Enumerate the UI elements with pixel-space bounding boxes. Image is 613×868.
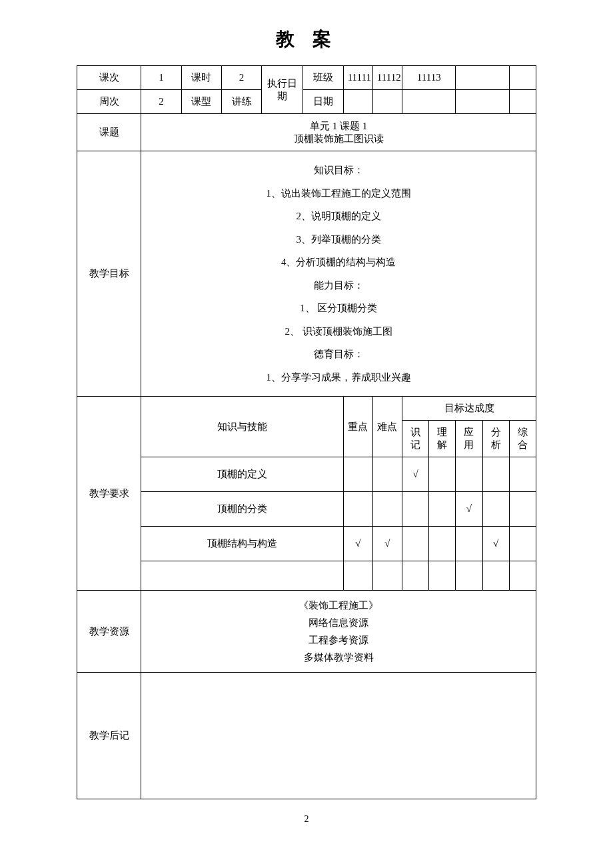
zs-2: 2、说明顶棚的定义	[145, 207, 532, 226]
lesson-plan-table: 课次 1 课时 2 执行日期 班级 11111 11112 11113 周次 2…	[77, 65, 536, 799]
yqb-c5	[509, 561, 536, 591]
zhouci-val: 2	[141, 90, 181, 114]
yq2-diff	[372, 492, 402, 527]
col-knowledge: 知识与技能	[141, 397, 343, 457]
yaoqiu-label: 教学要求	[77, 397, 141, 591]
yaoqiu-row-3: 顶棚结构与构造 √ √ √	[77, 527, 536, 561]
riqi-blank-2	[372, 90, 402, 114]
yq3-c5	[509, 527, 536, 561]
ziyuan-row: 教学资源 《装饰工程施工》 网络信息资源 工程参考资源 多媒体教学资料	[77, 591, 536, 673]
keshi-label: 课时	[181, 66, 221, 90]
zs-4: 4、分析顶棚的结构与构造	[145, 253, 532, 272]
banji-label: 班级	[303, 66, 343, 90]
goal-c5: 综合	[509, 421, 536, 457]
class-blank-1	[456, 66, 509, 90]
zs-label: 知识目标：	[145, 161, 532, 180]
yaoqiu-row-blank	[77, 561, 536, 591]
col-diff: 难点	[372, 397, 402, 457]
ziyuan-1: 《装饰工程施工》	[145, 597, 532, 613]
yq2-name: 顶棚的分类	[141, 492, 343, 527]
header-row-2: 周次 2 课型 讲练 日期	[77, 90, 536, 114]
yq1-c3	[456, 457, 482, 492]
riqi-blank-3	[402, 90, 456, 114]
riqi-blank-4	[456, 90, 509, 114]
ziyuan-4: 多媒体教学资料	[145, 649, 532, 665]
riqi-label: 日期	[303, 90, 343, 114]
yq1-c5	[509, 457, 536, 492]
houji-row: 教学后记	[77, 673, 536, 799]
riqi-blank-1	[343, 90, 372, 114]
yq3-c4: √	[482, 527, 509, 561]
nl-1: 1、 区分顶棚分类	[145, 299, 532, 318]
yqb-c1	[402, 561, 429, 591]
nl-label: 能力目标：	[145, 276, 532, 295]
yqb-diff	[372, 561, 402, 591]
yqb-key	[343, 561, 372, 591]
keti-label: 课题	[77, 114, 141, 151]
yqb-c3	[456, 561, 482, 591]
dy-1: 1、分享学习成果，养成职业兴趣	[145, 368, 532, 387]
header-row-1: 课次 1 课时 2 执行日期 班级 11111 11112 11113	[77, 66, 536, 90]
zs-1: 1、说出装饰工程施工的定义范围	[145, 184, 532, 203]
ziyuan-2: 网络信息资源	[145, 615, 532, 631]
zhixing-riqi-label: 执行日期	[262, 66, 303, 114]
yq2-key	[343, 492, 372, 527]
yq2-c3: √	[456, 492, 482, 527]
yq1-name: 顶棚的定义	[141, 457, 343, 492]
nl-2: 2、 识读顶棚装饰施工图	[145, 322, 532, 341]
yqb-c2	[429, 561, 456, 591]
keti-line2: 顶棚装饰施工图识读	[145, 133, 532, 145]
riqi-blank-5	[509, 90, 536, 114]
ziyuan-3: 工程参考资源	[145, 632, 532, 648]
yaoqiu-row-2: 顶棚的分类 √	[77, 492, 536, 527]
class-3: 11113	[402, 66, 456, 90]
kexing-label: 课型	[181, 90, 221, 114]
zs-3: 3、列举顶棚的分类	[145, 230, 532, 249]
class-2: 11112	[372, 66, 402, 90]
yq1-key	[343, 457, 372, 492]
ziyuan-label: 教学资源	[77, 591, 141, 673]
class-blank-2	[509, 66, 536, 90]
kexing-val: 讲练	[221, 90, 261, 114]
keci-val: 1	[141, 66, 181, 90]
houji-content	[141, 673, 536, 799]
yq3-diff: √	[372, 527, 402, 561]
keti-line1: 单元 1 课题 1	[145, 120, 532, 133]
houji-label: 教学后记	[77, 673, 141, 799]
goal-c4: 分析	[482, 421, 509, 457]
yq3-key: √	[343, 527, 372, 561]
dy-label: 德育目标：	[145, 345, 532, 364]
goal-c1: 识记	[402, 421, 429, 457]
col-key: 重点	[343, 397, 372, 457]
yq1-c1: √	[402, 457, 429, 492]
yq1-diff	[372, 457, 402, 492]
yqb-c4	[482, 561, 509, 591]
class-1: 11111	[343, 66, 372, 90]
yq3-name: 顶棚结构与构造	[141, 527, 343, 561]
yaoqiu-header-1: 教学要求 知识与技能 重点 难点 目标达成度	[77, 397, 536, 421]
goal-c2: 理解	[429, 421, 456, 457]
mubiao-row: 教学目标 知识目标： 1、说出装饰工程施工的定义范围 2、说明顶棚的定义 3、列…	[77, 151, 536, 397]
yq2-c1	[402, 492, 429, 527]
mubiao-label: 教学目标	[77, 151, 141, 397]
mubiao-content: 知识目标： 1、说出装饰工程施工的定义范围 2、说明顶棚的定义 3、列举顶棚的分…	[141, 151, 536, 397]
keti-content: 单元 1 课题 1 顶棚装饰施工图识读	[141, 114, 536, 151]
zhouci-label: 周次	[77, 90, 141, 114]
goal-c3: 应用	[456, 421, 482, 457]
ziyuan-content: 《装饰工程施工》 网络信息资源 工程参考资源 多媒体教学资料	[141, 591, 536, 673]
yq2-c2	[429, 492, 456, 527]
yq3-c1	[402, 527, 429, 561]
page-title: 教 案	[0, 27, 613, 52]
keci-label: 课次	[77, 66, 141, 90]
yqb-name	[141, 561, 343, 591]
yq2-c5	[509, 492, 536, 527]
yq1-c4	[482, 457, 509, 492]
yaoqiu-row-1: 顶棚的定义 √	[77, 457, 536, 492]
page-number: 2	[0, 814, 613, 825]
keshi-val: 2	[221, 66, 261, 90]
yq3-c3	[456, 527, 482, 561]
yq3-c2	[429, 527, 456, 561]
yq1-c2	[429, 457, 456, 492]
col-goal: 目标达成度	[402, 397, 536, 421]
yq2-c4	[482, 492, 509, 527]
